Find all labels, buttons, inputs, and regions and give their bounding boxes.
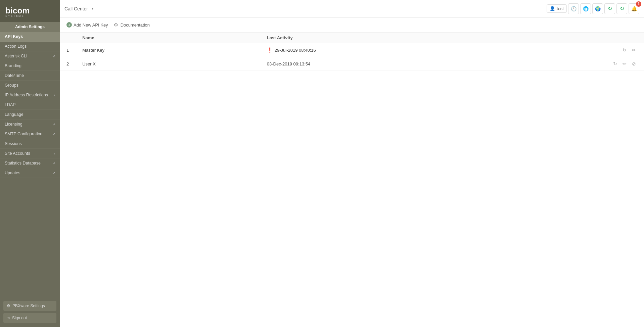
row-number: 1 <box>60 43 76 57</box>
topbar-right: 👤 test 🕐 🌐 🌍 ↻ ↻ 🔔 1 <box>547 3 639 14</box>
sidebar-item-label-asterisk-cli: Asterisk CLI <box>5 54 27 58</box>
svg-text:bicom: bicom <box>5 6 30 15</box>
earth-button[interactable]: 🌍 <box>592 3 603 14</box>
add-api-key-label: Add New API Key <box>74 22 108 28</box>
sidebar-item-asterisk-cli[interactable]: Asterisk CLI↗ <box>0 51 60 61</box>
sidebar-item-label-groups: Groups <box>5 83 18 88</box>
sidebar-item-label-licensing: Licensing <box>5 122 22 127</box>
sidebar-item-smtp-configuration[interactable]: SMTP Configuration↗ <box>0 129 60 139</box>
sidebar-item-label-ldap: LDAP <box>5 102 16 107</box>
sidebar-item-updates[interactable]: Updates↗ <box>0 168 60 178</box>
external-link-icon: ↗ <box>52 123 55 126</box>
row-refresh-button[interactable]: ↻ <box>621 47 628 53</box>
gear-icon: ⚙ <box>7 303 10 308</box>
sidebar-item-label-ip-address-restrictions: IP Address Restrictions <box>5 93 48 97</box>
row-delete-button[interactable]: ⊘ <box>631 60 637 67</box>
sidebar-item-label-branding: Branding <box>5 63 21 68</box>
globe-button[interactable]: 🌐 <box>580 3 591 14</box>
row-last-activity: ❗29-Jul-2019 08:40:16 <box>260 43 537 57</box>
logo: bicom SYSTEMS <box>0 0 60 22</box>
pbxware-settings-button[interactable]: ⚙ PBXware Settings <box>3 301 56 311</box>
sidebar-item-language[interactable]: Language <box>0 110 60 120</box>
external-link-icon: ↗ <box>52 171 55 175</box>
sidebar-nav: API KeysAction LogsAsterisk CLI↗Branding… <box>0 32 60 297</box>
sidebar-item-date-time[interactable]: Date/Time <box>0 71 60 81</box>
sidebar-item-label-smtp-configuration: SMTP Configuration <box>5 132 42 136</box>
documentation-icon: ⚙ <box>113 22 119 28</box>
clock-button[interactable]: 🕐 <box>568 3 579 14</box>
topbar: Call Center ▾ 👤 test 🕐 🌐 🌍 ↻ <box>60 0 644 17</box>
refresh1-button[interactable]: ↻ <box>604 3 615 14</box>
sidebar-item-api-keys[interactable]: API Keys <box>0 32 60 42</box>
refresh2-icon: ↻ <box>620 5 624 12</box>
warning-icon: ❗ <box>267 47 273 53</box>
sidebar-item-licensing[interactable]: Licensing↗ <box>0 120 60 129</box>
user-menu[interactable]: 👤 test <box>547 4 567 13</box>
content-area: + Add New API Key ⚙ Documentation Name L… <box>60 17 644 327</box>
documentation-button[interactable]: ⚙ Documentation <box>113 22 150 28</box>
row-name: User X <box>76 57 260 71</box>
plus-icon: + <box>66 22 72 28</box>
sidebar-item-label-statistics-database: Statistics Database <box>5 161 41 166</box>
row-edit-button[interactable]: ✏ <box>621 60 628 67</box>
external-link-icon: ↗ <box>52 54 55 58</box>
sidebar-item-label-language: Language <box>5 112 24 117</box>
sidebar: bicom SYSTEMS Admin Settings API KeysAct… <box>0 0 60 327</box>
globe-icon: 🌐 <box>583 6 589 11</box>
row-number: 2 <box>60 57 76 71</box>
notification-badge: 1 <box>636 1 641 7</box>
col-number-header <box>60 33 76 43</box>
external-link-icon: ↗ <box>52 132 55 136</box>
table-row: 2User X03-Dec-2019 09:13:54↻✏⊘ <box>60 57 644 71</box>
table-row: 1Master Key❗29-Jul-2019 08:40:16↻✏ <box>60 43 644 57</box>
row-refresh-button[interactable]: ↻ <box>612 60 618 67</box>
module-selector-wrapper: Call Center ▾ <box>64 6 94 11</box>
sidebar-item-ip-address-restrictions[interactable]: IP Address Restrictions› <box>0 90 60 100</box>
sidebar-item-label-sessions: Sessions <box>5 141 22 146</box>
topbar-left: Call Center ▾ <box>64 6 94 11</box>
sidebar-item-site-accounts[interactable]: Site Accounts› <box>0 149 60 158</box>
sidebar-item-ldap[interactable]: LDAP <box>0 100 60 110</box>
external-link-icon: ↗ <box>52 161 55 165</box>
earth-icon: 🌍 <box>595 6 601 11</box>
admin-settings-label: Admin Settings <box>0 22 60 32</box>
col-name-header: Name <box>76 33 260 43</box>
bicom-logo: bicom SYSTEMS <box>5 4 36 17</box>
chevron-right-icon: › <box>54 93 55 97</box>
sidebar-item-groups[interactable]: Groups <box>0 81 60 90</box>
api-table-body: 1Master Key❗29-Jul-2019 08:40:16↻✏2User … <box>60 43 644 71</box>
col-actions-header <box>537 33 644 43</box>
activity-timestamp: 29-Jul-2019 08:40:16 <box>275 48 316 53</box>
user-icon: 👤 <box>550 6 555 11</box>
sign-out-label: Sign out <box>12 316 27 320</box>
bell-icon: 🔔 <box>631 6 637 11</box>
sidebar-item-sessions[interactable]: Sessions <box>0 139 60 149</box>
refresh2-button[interactable]: ↻ <box>616 3 627 14</box>
row-last-activity: 03-Dec-2019 09:13:54 <box>260 57 537 71</box>
notification-wrapper: 🔔 1 <box>629 3 639 14</box>
chevron-right-icon: › <box>54 152 55 155</box>
sidebar-item-label-action-logs: Action Logs <box>5 44 27 49</box>
sign-out-button[interactable]: ➜ Sign out <box>3 313 56 323</box>
add-api-key-button[interactable]: + Add New API Key <box>66 22 108 28</box>
pbxware-settings-label: PBXware Settings <box>12 303 45 308</box>
module-selector[interactable]: Call Center <box>64 6 94 11</box>
sidebar-item-label-updates: Updates <box>5 171 20 175</box>
svg-text:SYSTEMS: SYSTEMS <box>5 14 24 17</box>
activity-timestamp: 03-Dec-2019 09:13:54 <box>267 61 310 66</box>
row-edit-button[interactable]: ✏ <box>631 47 637 53</box>
documentation-label: Documentation <box>121 22 150 28</box>
action-bar: + Add New API Key ⚙ Documentation <box>60 17 644 33</box>
sidebar-item-statistics-database[interactable]: Statistics Database↗ <box>0 158 60 168</box>
table-header-row: Name Last Activity <box>60 33 644 43</box>
sidebar-item-branding[interactable]: Branding <box>0 61 60 71</box>
row-actions-cell: ↻✏⊘ <box>537 57 644 71</box>
sidebar-bottom: ⚙ PBXware Settings ➜ Sign out <box>0 297 60 327</box>
sidebar-item-label-api-keys: API Keys <box>5 34 23 39</box>
sidebar-item-label-date-time: Date/Time <box>5 73 24 78</box>
row-name: Master Key <box>76 43 260 57</box>
username-label: test <box>557 6 564 11</box>
sidebar-item-label-site-accounts: Site Accounts <box>5 151 30 156</box>
api-keys-table: Name Last Activity 1Master Key❗29-Jul-20… <box>60 33 644 71</box>
sidebar-item-action-logs[interactable]: Action Logs <box>0 42 60 51</box>
